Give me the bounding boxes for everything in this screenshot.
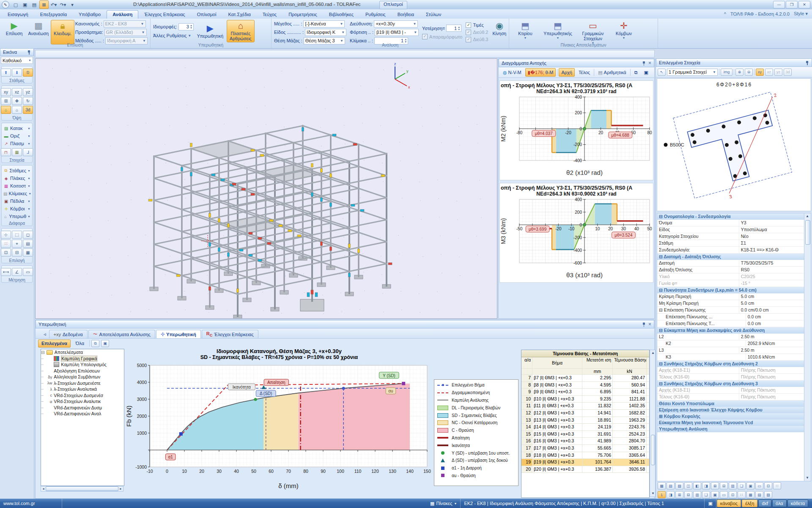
solve-button[interactable]: ▶ Επίλυση <box>3 20 26 44</box>
right-tool-icon-10[interactable]: ▣ <box>746 482 754 489</box>
measure-area-icon[interactable]: ▭ <box>23 268 33 276</box>
prop-row-26[interactable]: Αρχής (Κ18-Σ1)Πλήρης Πάκτωση <box>657 387 811 394</box>
ribbon-tab-7[interactable]: Τεύχος <box>257 10 283 19</box>
ribbon-tab-11[interactable]: Βοήθεια <box>392 10 420 19</box>
pan-icon[interactable]: ✥ <box>12 97 22 105</box>
misc-item-4[interactable]: ▣Πέδιλα▼ <box>3 197 31 205</box>
table-row-15[interactable]: 15β15 |Ι| ΘΜ3 | +x+0.331.6912524.23 <box>521 431 649 438</box>
misc-item-6[interactable]: ⌂Υπερωθ▼ <box>3 213 31 220</box>
pushover-tables-button[interactable]: ⬒ Υπερωθητικής▼ <box>541 20 574 46</box>
right-tool2-icon-8[interactable]: ∷ <box>738 491 746 498</box>
wire-mode-icon[interactable]: ⌂ <box>12 106 22 114</box>
right-tool2-icon-4[interactable]: ❏ <box>702 491 710 498</box>
prop-section-28[interactable]: Θέσει Κοντό Υποστύλωμα <box>657 400 811 407</box>
pin-icon[interactable] <box>805 61 809 65</box>
end-button[interactable]: Τέλος <box>576 68 593 77</box>
view-xz-button[interactable]: xz <box>12 88 22 96</box>
prop-row-13[interactable]: Μη Κρίσιμη Περιοχή5.0 cm <box>657 300 811 307</box>
bottom-tab-0[interactable]: +xyΔεδομένα <box>49 330 88 338</box>
prop-row-8[interactable]: Διάταξη ΌπλισηςRS0 <box>657 267 811 273</box>
tree-item-5[interactable]: ┈λλ-Στοιχείων Αναλυτικά <box>41 386 124 392</box>
theta-m-button[interactable]: ▮�176;θ-Μ <box>525 68 556 77</box>
tree-item-1[interactable]: ┈Καμπύλη Υπολογισμός <box>41 362 124 368</box>
misc-item-3[interactable]: ▤Κλίμακες▼ <box>3 190 31 197</box>
right-tool-icon-11[interactable]: ▭ <box>755 482 763 489</box>
cross-section-view[interactable]: 6Φ20+8Φ16 2 3 B500C <box>657 78 811 211</box>
select-props-icon[interactable]: ▤ <box>23 240 33 248</box>
right-tool-icon-0[interactable]: ▦ <box>658 482 666 489</box>
table-row-20[interactable]: 20β20 |Ι| ΘΜ3 | +x+0.3136.3873926.58 <box>521 466 649 473</box>
bottom-tab-1[interactable]: 〜Αποτελέσματα Ανάλυσης <box>88 330 155 338</box>
prop-section-6[interactable]: ⊟ Διατομή - Διάταξη Όπλισης <box>657 254 811 260</box>
status-url[interactable]: www.tol.com.gr <box>0 499 62 508</box>
ribbon-tab-1[interactable]: Επεξεργασία <box>34 10 73 19</box>
prop-row-19[interactable]: Κ22052.9 kN/cm <box>657 340 811 347</box>
page-1-button[interactable]: 1 <box>658 491 666 498</box>
prop-row-20[interactable]: L32.50 m <box>657 347 811 354</box>
prop-row-27[interactable]: Τέλους (Κ16-Θ)Πλήρης Πάκτωση <box>657 394 811 400</box>
table-row-12[interactable]: 12β12 |Ι| ΘΜ3 | +x+0.314.9411682.82 <box>521 410 649 417</box>
values-checkbox[interactable]: ✓Τιμές <box>466 22 488 28</box>
pointer-icon[interactable]: ↖ <box>658 69 666 76</box>
collapse-ribbon-icon[interactable]: ^ <box>724 11 726 17</box>
prop-section-30[interactable]: ⊞ Κόμβου Κεφαλής <box>657 413 811 420</box>
qat-customize-icon[interactable]: ▾ <box>68 1 77 8</box>
tree-item-3[interactable]: ┈δγΑλληλουχία Συμβάντων <box>41 374 124 380</box>
view-3d-button[interactable]: 3d <box>23 106 33 114</box>
dir2-checkbox[interactable]: ✓Διεύθ.2 <box>466 29 488 36</box>
load-select[interactable]: β19 |Ι| ΘΜ3 | -▼ <box>375 29 419 36</box>
prop-row-7[interactable]: ΔιατομήT75/30/25/25/75 <box>657 260 811 267</box>
prop-row-16[interactable]: Επέκταση Πύκνωσης Τ...0.0 cm <box>657 320 811 327</box>
save-diagram-icon[interactable]: ▣ <box>642 68 651 77</box>
prop-section-17[interactable]: ⊟ Εύκαμπτα Μήκη και Δυσκαμψίες ανά Διεύθ… <box>657 327 811 334</box>
element-item-1[interactable]: ▬Οριζ▼ <box>3 132 31 140</box>
right-tool-icon-9[interactable]: ❏ <box>738 482 746 489</box>
misc-item-2[interactable]: ▦Κοιτοστ▼ <box>3 182 31 190</box>
nodes-tables-button[interactable]: ✛ Κόμβων▼ <box>612 20 636 46</box>
select-pick-icon[interactable]: ⌖ <box>12 240 22 248</box>
copy-icon[interactable]: ⧉ <box>632 68 640 77</box>
tree-h-scrollbar[interactable]: ◄► <box>41 486 123 491</box>
undo-icon[interactable]: ↶▾ <box>49 1 58 8</box>
prop-section-25[interactable]: ⊟ Συνθήκες Στήριξης Κόμβων στη Διεύθυνση… <box>657 381 811 387</box>
select-grid-icon[interactable]: ∷ <box>1 240 11 248</box>
annex-select[interactable]: GR (Ελλάδα)▼ <box>104 29 147 36</box>
scope-select[interactable]: Καθολικό▼ <box>1 57 33 64</box>
close-button[interactable]: ✕ <box>798 1 810 8</box>
ribbon-tab-0[interactable]: Εισαγωγή <box>2 10 34 19</box>
title-menu-oplismoi[interactable]: Οπλισμοί <box>379 1 407 9</box>
right-tool2-icon-0[interactable]: ◨ <box>667 491 675 498</box>
magnitude-select[interactable]: [-]-Κανένα▼ <box>303 20 345 28</box>
plastic-hinges-button[interactable]: ⌂ Πλαστικές Αρθρώσεις <box>227 20 255 42</box>
prop-row-9[interactable]: ΥλικόC20/25 <box>657 273 811 280</box>
close-icon[interactable]: × <box>648 322 651 326</box>
tree-item-2[interactable]: ┈Αξιολόγηση Επιλύσεων <box>41 368 124 374</box>
right-tool-icon-12[interactable]: ⊡ <box>764 482 772 489</box>
select-fence-icon[interactable]: ⬚ <box>12 231 22 239</box>
section-view-xy[interactable]: xy <box>756 69 764 76</box>
measure-angle-icon[interactable]: ∠ <box>12 268 22 276</box>
select-nodes-icon[interactable]: ⊡ <box>1 248 11 257</box>
ribbon-tab-9[interactable]: Βιβλιοθήκες <box>323 10 359 19</box>
status-toggle-έλξη[interactable]: έλξη <box>742 500 757 507</box>
table-row-9[interactable]: 9β9 |Ι| ΘΜ3 | +x+0.36.895841.41 <box>521 389 649 396</box>
wall-icon[interactable]: ▦ <box>12 148 22 156</box>
prop-section-32[interactable]: Υπερωθητική Ανάλυση <box>657 426 811 432</box>
copy-icon[interactable]: ⧉ <box>91 340 99 347</box>
right-tool2-icon-10[interactable]: ▤ <box>755 491 763 498</box>
tree-item-6[interactable]: ┈cVRd-Στοιχείων Δυσμενέσ <box>41 392 124 399</box>
right-tool-icon-5[interactable]: ◨ <box>702 482 710 489</box>
tree-item-9[interactable]: ┈VRd-Διεπιφανειών Αναλ <box>41 411 124 417</box>
right-tool-icon-8[interactable]: ▥ <box>729 482 737 489</box>
table-row-19[interactable]: 19β19 |Ι| ΘΜ3 | +x+0.3101.7643646.11 <box>521 459 649 466</box>
view-yz-button[interactable]: yz <box>23 88 33 96</box>
right-tool-icon-1[interactable]: ▤ <box>667 482 675 489</box>
table-row-14[interactable]: 14β14 |Ι| ΘΜ3 | +x+0.324.1192243.76 <box>521 424 649 431</box>
right-tool2-icon-7[interactable]: ⊡ <box>729 491 737 498</box>
prop-row-12[interactable]: Κρίσιμη Περιοχή5.0 cm <box>657 293 811 300</box>
axes-icon[interactable]: ⅃ <box>23 148 33 156</box>
right-tool-icon-13[interactable]: ∷ <box>773 482 781 489</box>
pin-icon[interactable] <box>642 61 646 66</box>
prop-section-29[interactable]: Εξαίρεση από Ικανοτικό Έλεγχο Κάμψης Κόμ… <box>657 407 811 413</box>
building-tables-button[interactable]: ⬒ Κτιρίου▼ <box>512 20 539 46</box>
